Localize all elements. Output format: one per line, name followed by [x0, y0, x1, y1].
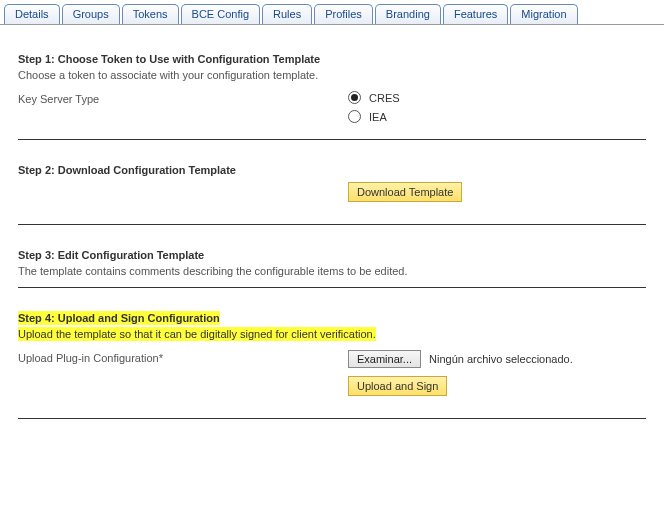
file-status-text: Ningún archivo seleccionado.	[429, 353, 573, 365]
radio-cres-icon	[348, 91, 361, 104]
divider-3	[18, 287, 646, 288]
radio-iea-label: IEA	[369, 111, 387, 123]
tab-tokens[interactable]: Tokens	[122, 4, 179, 24]
step3-desc: The template contains comments describin…	[18, 265, 646, 277]
tab-rules[interactable]: Rules	[262, 4, 312, 24]
step1-title: Step 1: Choose Token to Use with Configu…	[18, 53, 646, 65]
step4-row: Upload Plug-in Configuration* Examinar..…	[18, 350, 646, 396]
download-template-button[interactable]: Download Template	[348, 182, 462, 202]
upload-and-sign-button[interactable]: Upload and Sign	[348, 376, 447, 396]
tab-details[interactable]: Details	[4, 4, 60, 24]
tab-bce-config[interactable]: BCE Config	[181, 4, 260, 24]
divider-2	[18, 224, 646, 225]
tab-groups[interactable]: Groups	[62, 4, 120, 24]
key-server-type-options: CRES IEA	[348, 91, 646, 129]
key-server-type-label: Key Server Type	[18, 91, 348, 129]
tab-profiles[interactable]: Profiles	[314, 4, 373, 24]
step2-title: Step 2: Download Configuration Template	[18, 164, 646, 176]
tab-features[interactable]: Features	[443, 4, 508, 24]
step3-title: Step 3: Edit Configuration Template	[18, 249, 646, 261]
browse-button[interactable]: Examinar...	[348, 350, 421, 368]
step1-row: Key Server Type CRES IEA	[18, 91, 646, 129]
step1-desc: Choose a token to associate with your co…	[18, 69, 646, 81]
step4-desc: Upload the template so that it can be di…	[18, 327, 376, 341]
radio-cres-label: CRES	[369, 92, 400, 104]
content-area: Step 1: Choose Token to Use with Configu…	[0, 25, 664, 429]
divider-1	[18, 139, 646, 140]
tab-migration[interactable]: Migration	[510, 4, 577, 24]
radio-iea-icon	[348, 110, 361, 123]
radio-iea[interactable]: IEA	[348, 110, 646, 123]
step2-spacer	[18, 182, 348, 202]
step4-title: Step 4: Upload and Sign Configuration	[18, 311, 220, 325]
radio-cres[interactable]: CRES	[348, 91, 646, 104]
step2-row: Download Template	[18, 182, 646, 202]
tab-branding[interactable]: Branding	[375, 4, 441, 24]
divider-4	[18, 418, 646, 419]
tab-bar: Details Groups Tokens BCE Config Rules P…	[0, 0, 664, 25]
upload-config-label: Upload Plug-in Configuration*	[18, 350, 348, 396]
